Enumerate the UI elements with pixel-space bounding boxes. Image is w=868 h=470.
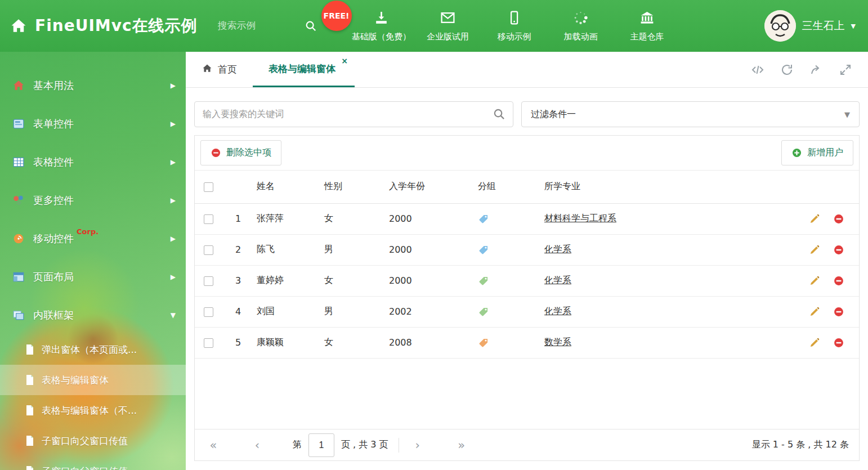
spinner-icon (573, 10, 588, 28)
sidebar-item-mobile-controls[interactable]: 移动控件 Corp. ▶ (0, 220, 186, 258)
close-icon[interactable]: × (341, 56, 348, 65)
select-all-checkbox[interactable] (204, 182, 213, 192)
sidebar-item-grid-controls[interactable]: 表格控件 ▶ (0, 143, 186, 181)
chevron-right-icon: ▶ (171, 196, 176, 204)
cell-name: 陈飞 (257, 244, 275, 254)
table-row: 2 陈飞 男 2000 化学系 (195, 234, 859, 265)
keyword-search-input[interactable] (194, 101, 513, 127)
home-tab-icon (202, 63, 213, 77)
cell-year: 2002 (389, 306, 412, 317)
search-icon[interactable] (305, 20, 317, 32)
sidebar-subitem-child-to-parent[interactable]: 子窗口向父窗口传值 (0, 426, 186, 456)
tag-icon (478, 213, 489, 225)
tab-grid-edit-window[interactable]: 表格与编辑窗体 × (253, 52, 355, 87)
search-icon[interactable] (493, 108, 505, 120)
header-search-input[interactable] (217, 20, 300, 32)
edit-icon[interactable] (809, 306, 820, 317)
delete-icon[interactable] (833, 275, 844, 287)
sidebar-item-page-layout[interactable]: 页面布局 ▶ (0, 258, 186, 296)
last-page-button[interactable]: » (453, 438, 470, 452)
row-index: 1 (224, 213, 241, 224)
delete-icon[interactable] (833, 306, 844, 317)
filter-dropdown[interactable]: 过滤条件一 ▼ (521, 101, 860, 127)
row-checkbox[interactable] (204, 307, 213, 317)
sidebar-subitem-popup-window[interactable]: 弹出窗体（本页面或... (0, 334, 186, 365)
sidebar-item-basic-usage[interactable]: 基本用法 ▶ (0, 66, 186, 105)
row-index: 4 (224, 306, 241, 317)
free-badge: FREE! (321, 1, 352, 31)
caret-down-icon: ▼ (844, 110, 850, 119)
home-icon[interactable] (10, 17, 27, 34)
sidebar-item-more-controls[interactable]: 更多控件 ▶ (0, 181, 186, 220)
table-row: 4 刘国 男 2002 化学系 (195, 296, 859, 327)
delete-icon[interactable] (833, 213, 844, 225)
major-link[interactable]: 化学系 (544, 306, 571, 316)
expand-icon[interactable] (839, 63, 852, 77)
row-checkbox[interactable] (204, 245, 213, 255)
add-user-button[interactable]: 新增用户 (781, 140, 853, 165)
delete-selected-button[interactable]: 删除选中项 (200, 140, 281, 165)
row-checkbox[interactable] (204, 338, 213, 348)
header-search (217, 20, 317, 32)
row-checkbox[interactable] (204, 214, 213, 224)
user-menu[interactable]: 三生石上 ▼ (764, 10, 856, 42)
file-icon (25, 344, 35, 355)
edit-icon[interactable] (809, 244, 820, 256)
major-link[interactable]: 化学系 (544, 244, 571, 254)
edit-icon[interactable] (809, 275, 820, 287)
sidebar-subitem-label: 弹出窗体（本页面或... (42, 343, 137, 356)
corp-badge: Corp. (77, 227, 99, 236)
row-checkbox[interactable] (204, 276, 213, 286)
tag-icon (478, 275, 489, 287)
column-header-year: 入学年份 (389, 181, 425, 191)
nav-item-mobile-demo[interactable]: 移动示例 (481, 0, 548, 52)
tag-icon (478, 306, 489, 317)
nav-label: 主题仓库 (630, 32, 664, 42)
table-row: 5 康颖颖 女 2008 数学系 (195, 327, 859, 358)
next-page-button[interactable]: › (409, 438, 426, 452)
tab-label: 首页 (218, 63, 237, 76)
major-link[interactable]: 数学系 (544, 337, 571, 347)
cell-gender: 男 (324, 244, 333, 254)
sidebar-subitem-child-to-parent-2[interactable]: 子窗口向父窗口传值... (0, 456, 186, 470)
button-label: 新增用户 (807, 147, 843, 159)
row-index: 5 (224, 337, 241, 348)
source-code-icon[interactable] (751, 63, 764, 77)
nav-label: 移动示例 (498, 32, 531, 42)
nav-item-loading-anim[interactable]: 加载动画 (548, 0, 614, 52)
chevron-right-icon: ▶ (171, 82, 176, 89)
sidebar-item-label: 内联框架 (33, 308, 74, 322)
row-index: 3 (224, 275, 241, 286)
edit-icon[interactable] (809, 337, 820, 348)
plus-circle-icon (791, 147, 802, 158)
tab-home[interactable]: 首页 (186, 52, 253, 87)
sidebar-subitem-grid-edit-window-no[interactable]: 表格与编辑窗体（不... (0, 395, 186, 426)
sidebar-subitem-label: 表格与编辑窗体 (42, 374, 109, 387)
file-icon (25, 435, 35, 446)
cell-year: 2000 (389, 244, 412, 255)
file-icon (25, 465, 35, 470)
sidebar-subitem-grid-edit-window[interactable]: 表格与编辑窗体 (0, 365, 186, 395)
page-number-input[interactable] (308, 433, 334, 457)
nav-item-basic-free[interactable]: FREE! 基础版（免费） (348, 0, 415, 52)
sidebar-item-form-controls[interactable]: 表单控件 ▶ (0, 105, 186, 143)
major-link[interactable]: 材料科学与工程系 (544, 213, 616, 223)
prev-page-button[interactable]: ‹ (249, 438, 266, 452)
chevron-right-icon: ▶ (171, 120, 176, 128)
refresh-icon[interactable] (780, 63, 794, 77)
cell-name: 董婷婷 (257, 275, 284, 285)
nav-item-theme-store[interactable]: 主题仓库 (614, 0, 681, 52)
delete-icon[interactable] (833, 337, 844, 348)
nav-item-enterprise-trial[interactable]: 企业版试用 (415, 0, 481, 52)
tab-bar: 首页 表格与编辑窗体 × (186, 52, 868, 88)
cell-name: 刘国 (257, 306, 275, 316)
delete-icon[interactable] (833, 244, 844, 256)
sidebar-item-label: 表单控件 (33, 117, 74, 131)
major-link[interactable]: 化学系 (544, 275, 571, 285)
first-page-button[interactable]: « (205, 438, 222, 452)
edit-icon[interactable] (809, 213, 820, 225)
cell-year: 2000 (389, 275, 412, 286)
sidebar-item-inline-frame[interactable]: 内联框架 ▼ (0, 296, 186, 334)
grid-panel: 删除选中项 新增用户 姓名 (194, 135, 860, 461)
share-icon[interactable] (809, 63, 823, 77)
